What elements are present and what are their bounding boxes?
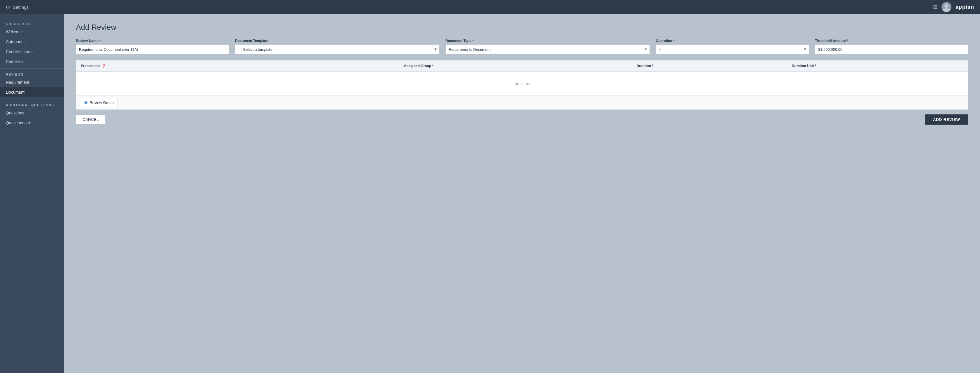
doc-type-select-wrapper: Requirements Document ▼: [445, 45, 650, 54]
actions-row: CANCEL ADD REVIEW: [76, 115, 968, 124]
operation-select[interactable]: >=: [655, 45, 809, 54]
precedents-help-icon[interactable]: ❓: [102, 64, 106, 68]
operation-group: Operation * >= ▼: [655, 39, 809, 54]
col-duration-unit: Duration Unit *: [787, 61, 968, 72]
doc-template-label: Document Template: [235, 39, 439, 43]
table-footer: ⊕ Review Group: [76, 95, 968, 110]
svg-point-1: [943, 8, 950, 12]
sidebar-item-questions[interactable]: Questions: [0, 108, 64, 118]
sidebar-item-questionnaire[interactable]: Questionnaire: [0, 118, 64, 128]
review-groups-table: Precedents ❓ Assigned Group * Duration *…: [76, 60, 968, 110]
sidebar-divider-2: [0, 99, 64, 99]
doc-template-select-wrapper: --- Select a template --- ▼: [235, 45, 439, 54]
sidebar-item-categories[interactable]: Categories: [0, 37, 64, 47]
settings-label: Settings: [13, 5, 29, 10]
threshold-group: Threshold Amount *: [815, 39, 968, 54]
threshold-input[interactable]: [815, 45, 968, 54]
sidebar-item-checklist-items[interactable]: Checklist Items: [0, 47, 64, 57]
doc-type-label: Document Type *: [445, 39, 650, 43]
page-title: Add Review: [76, 23, 968, 32]
reviews-section-title: REVIEWS: [0, 70, 64, 77]
sidebar-divider-1: [0, 68, 64, 69]
col-assigned-group: Assigned Group *: [399, 61, 632, 72]
doc-type-group: Document Type * Requirements Document ▼: [445, 39, 650, 54]
doc-template-select[interactable]: --- Select a template ---: [235, 45, 439, 54]
sidebar-item-checklists[interactable]: Checklists: [0, 57, 64, 67]
table-header-row: Precedents ❓ Assigned Group * Duration *…: [76, 61, 968, 72]
sidebar-item-document[interactable]: Document: [0, 87, 64, 97]
main-content: Add Review Review Name * Document Templa…: [64, 14, 980, 373]
no-items-text: No Items: [514, 81, 530, 86]
review-name-input[interactable]: [76, 45, 229, 54]
add-review-group-button[interactable]: ⊕ Review Group: [80, 98, 118, 107]
appian-logo: appian: [956, 4, 974, 10]
svg-point-0: [944, 4, 948, 8]
plus-icon: ⊕: [84, 100, 88, 105]
checklists-section-title: CHECKLISTS: [0, 20, 64, 27]
col-duration: Duration *: [632, 61, 787, 72]
grid-icon[interactable]: ⊞: [933, 4, 937, 10]
review-name-label: Review Name *: [76, 39, 229, 43]
sidebar: CHECKLISTS Welcome Categories Checklist …: [0, 14, 64, 373]
col-precedents: Precedents ❓: [76, 61, 399, 72]
table-body: No Items: [76, 72, 968, 95]
form-row: Review Name * Document Template --- Sele…: [76, 39, 968, 54]
sidebar-item-requirement[interactable]: Requirement: [0, 77, 64, 87]
threshold-label: Threshold Amount *: [815, 39, 968, 43]
review-name-group: Review Name *: [76, 39, 229, 54]
add-review-button[interactable]: ADD REVIEW: [925, 115, 968, 124]
top-nav: ⚙ Settings ⊞ appian: [0, 0, 980, 14]
cancel-button[interactable]: CANCEL: [76, 115, 106, 124]
sidebar-item-welcome[interactable]: Welcome: [0, 27, 64, 37]
add-review-group-label: Review Group: [89, 100, 113, 105]
operation-label: Operation *: [655, 39, 809, 43]
additional-questions-section-title: ADDITIONAL QUESTIONS: [0, 101, 64, 108]
avatar[interactable]: [942, 2, 951, 12]
doc-template-group: Document Template --- Select a template …: [235, 39, 439, 54]
gear-icon: ⚙: [6, 5, 10, 10]
operation-select-wrapper: >= ▼: [655, 45, 809, 54]
doc-type-select[interactable]: Requirements Document: [445, 45, 650, 54]
